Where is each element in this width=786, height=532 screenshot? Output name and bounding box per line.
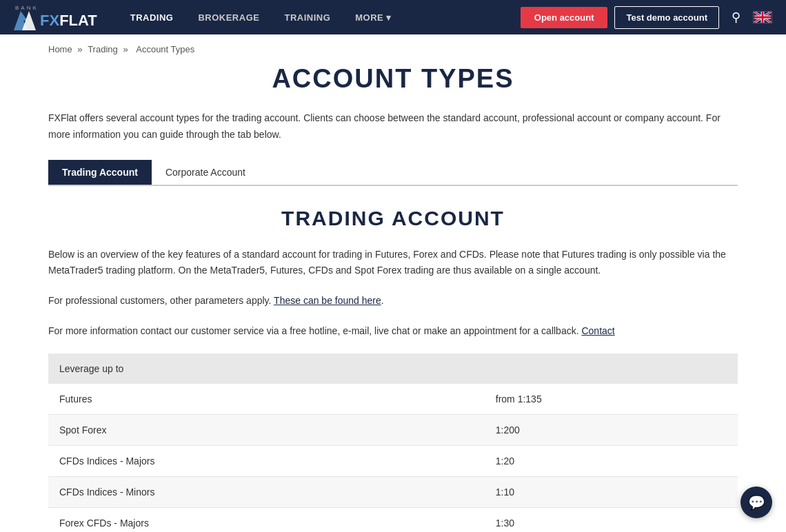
table-row: CFDs Indices - Majors1:20	[48, 445, 738, 476]
nav-right: Open account Test demo account ⚲	[521, 6, 772, 29]
chat-bubble[interactable]: 💬	[740, 487, 772, 518]
breadcrumb: Home » Trading » Account Types	[0, 34, 786, 64]
page-title: ACCOUNT TYPES	[48, 64, 738, 94]
table-cell-instrument: CFDs Indices - Majors	[48, 445, 485, 476]
section-desc-3: For more information contact our custome…	[48, 323, 738, 340]
table-cell-instrument: Futures	[48, 384, 485, 415]
nav-brokerage[interactable]: BROKERAGE	[185, 0, 272, 34]
tabs: Trading Account Corporate Account	[48, 160, 738, 186]
navbar: BANK FXFLAT TRADING BROKERAGE TRAINING M…	[0, 0, 786, 34]
table-cell-instrument: Forex CFDs - Majors	[48, 507, 485, 532]
nav-training[interactable]: TRAINING	[272, 0, 343, 34]
table-header: Leverage up to	[48, 354, 738, 384]
table-cell-value: from 1:135	[485, 384, 738, 415]
tab-trading[interactable]: Trading Account	[48, 160, 152, 185]
language-flag-icon[interactable]	[753, 11, 772, 23]
section-desc-2-suffix: .	[381, 295, 384, 306]
table-row: Futuresfrom 1:135	[48, 384, 738, 415]
professional-params-link[interactable]: These can be found here	[274, 295, 381, 306]
nav-trading[interactable]: TRADING	[118, 0, 186, 34]
main-content: ACCOUNT TYPES FXFlat offers several acco…	[0, 64, 786, 532]
logo-fx: FX	[40, 12, 59, 30]
tab-corporate[interactable]: Corporate Account	[152, 160, 259, 185]
demo-account-button[interactable]: Test demo account	[614, 6, 719, 29]
open-account-button[interactable]: Open account	[521, 7, 608, 28]
table-cell-value: 1:20	[485, 445, 738, 476]
logo[interactable]: BANK FXFLAT	[14, 5, 97, 30]
table-cell-value: 1:200	[485, 414, 738, 445]
section-desc-2-prefix: For professional customers, other parame…	[48, 295, 271, 306]
breadcrumb-sep1: »	[77, 44, 85, 54]
breadcrumb-sep2: »	[123, 44, 130, 54]
table-row: Forex CFDs - Majors1:30	[48, 507, 738, 532]
section-desc-3-prefix: For more information contact our custome…	[48, 325, 579, 336]
leverage-table: Leverage up to Futuresfrom 1:135Spot For…	[48, 354, 738, 532]
breadcrumb-home[interactable]: Home	[48, 44, 72, 54]
table-cell-value: 1:10	[485, 476, 738, 507]
breadcrumb-trading[interactable]: Trading	[88, 44, 118, 54]
breadcrumb-current: Account Types	[136, 44, 194, 54]
logo-flat: FLAT	[59, 12, 97, 30]
table-cell-value: 1:30	[485, 507, 738, 532]
table-cell-instrument: Spot Forex	[48, 414, 485, 445]
intro-text: FXFlat offers several account types for …	[48, 110, 738, 143]
table-header-row: Leverage up to	[48, 354, 738, 384]
section-desc-1: Below is an overview of the key features…	[48, 247, 738, 280]
trading-account-section: TRADING ACCOUNT Below is an overview of …	[48, 207, 738, 532]
section-desc-2: For professional customers, other parame…	[48, 293, 738, 309]
table-cell-instrument: CFDs Indices - Minors	[48, 476, 485, 507]
nav-links: TRADING BROKERAGE TRAINING MORE ▾	[118, 0, 521, 34]
search-icon[interactable]: ⚲	[726, 10, 746, 25]
contact-link[interactable]: Contact	[581, 325, 614, 336]
logo-icon	[14, 11, 36, 30]
nav-more[interactable]: MORE ▾	[343, 0, 404, 34]
section-title: TRADING ACCOUNT	[48, 207, 738, 230]
table-row: Spot Forex1:200	[48, 414, 738, 445]
logo-bank-label: BANK	[15, 5, 39, 11]
table-row: CFDs Indices - Minors1:10	[48, 476, 738, 507]
